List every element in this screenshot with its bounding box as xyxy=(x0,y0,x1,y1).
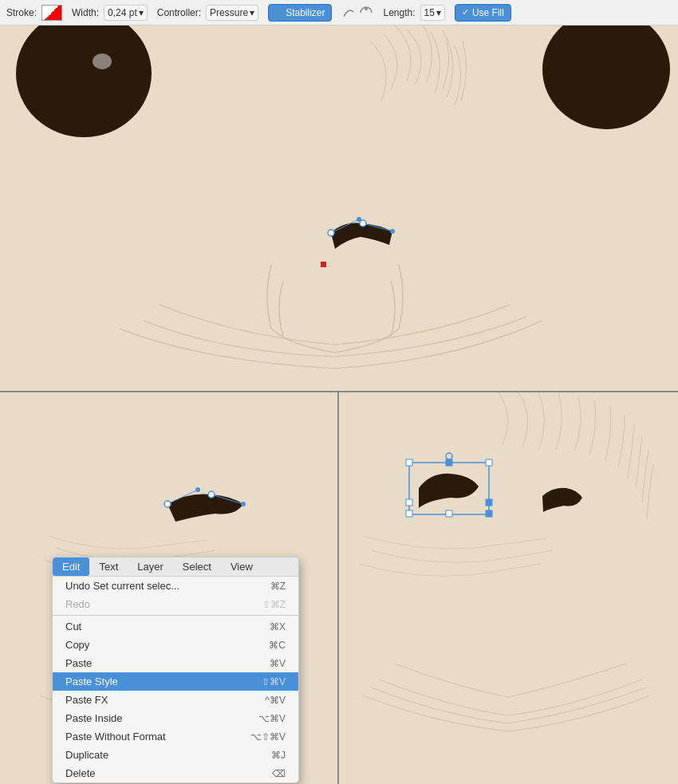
curve-tools xyxy=(341,6,373,20)
menu-edit[interactable]: Edit xyxy=(53,557,89,576)
handle-bl xyxy=(406,510,412,517)
handle-br xyxy=(486,510,492,517)
menu-paste-without-format-shortcut: ⌥⇧⌘V xyxy=(250,731,286,743)
menu-redo-label: Redo xyxy=(65,598,262,610)
context-menu: Edit Text Layer Select View Undo Set cur… xyxy=(52,557,299,783)
menu-paste-style[interactable]: Paste Style ⇧⌘V xyxy=(53,672,298,691)
controller-chevron: ▾ xyxy=(250,7,254,18)
anchor-red-square xyxy=(321,262,326,267)
menu-bar: Edit Text Layer Select View xyxy=(53,557,298,577)
menu-delete-label: Delete xyxy=(65,767,272,779)
canvas-drawing-top xyxy=(0,26,678,391)
canvas-left: Edit Text Layer Select View Undo Set cur… xyxy=(0,392,339,784)
toolbar: Stroke: Width: 0,24 pt ▾ Controller: Pre… xyxy=(0,0,678,26)
svg-point-3 xyxy=(93,53,112,69)
menu-separator-1 xyxy=(53,615,298,616)
menu-duplicate[interactable]: Duplicate ⌘J xyxy=(53,746,298,764)
menu-paste-inside-label: Paste Inside xyxy=(65,712,258,724)
menu-paste-style-label: Paste Style xyxy=(65,676,262,687)
width-label: Width: xyxy=(72,7,99,18)
menu-cut-shortcut: ⌘X xyxy=(270,621,286,632)
curve-icon-1[interactable] xyxy=(341,6,356,20)
canvas-svg-right xyxy=(339,392,678,784)
menu-paste[interactable]: Paste ⌘V xyxy=(53,654,298,672)
svg-point-0 xyxy=(365,7,368,10)
use-fill-check-icon: ✓ xyxy=(462,7,469,18)
canvas-svg-top[interactable] xyxy=(0,26,678,391)
length-group: Length: 15 ▾ xyxy=(383,5,444,21)
controller-group: Controller: Pressure ▾ xyxy=(157,5,258,21)
menu-paste-shortcut: ⌘V xyxy=(270,658,286,669)
menu-copy-label: Copy xyxy=(65,639,269,651)
handle-mr xyxy=(486,499,492,506)
menu-paste-inside-shortcut: ⌥⌘V xyxy=(258,713,286,724)
svg-point-8 xyxy=(164,501,171,507)
stroke-swatch[interactable] xyxy=(41,5,62,21)
length-value: 15 xyxy=(424,7,435,18)
canvas-top: Stroke: Width: 0,24 pt ▾ Controller: Pre… xyxy=(0,0,678,391)
menu-redo: Redo ⇧⌘Z xyxy=(53,595,298,613)
menu-paste-label: Paste xyxy=(65,657,270,669)
bezier-control-1 xyxy=(357,217,361,222)
menu-paste-fx-shortcut: ^⌘V xyxy=(265,695,286,706)
menu-undo[interactable]: Undo Set current selec... ⌘Z xyxy=(53,577,298,595)
menu-cut[interactable]: Cut ⌘X xyxy=(53,617,298,636)
menu-duplicate-label: Duplicate xyxy=(65,749,271,761)
menu-duplicate-shortcut: ⌘J xyxy=(271,750,286,761)
width-group: Width: 0,24 pt ▾ xyxy=(72,5,148,21)
menu-copy-shortcut: ⌘C xyxy=(269,640,286,651)
menu-copy[interactable]: Copy ⌘C xyxy=(53,636,298,654)
length-select[interactable]: 15 ▾ xyxy=(420,5,445,21)
svg-point-11 xyxy=(241,502,246,506)
canvas-bottom: Edit Text Layer Select View Undo Set cur… xyxy=(0,391,678,784)
curve-icon-2[interactable] xyxy=(359,6,373,20)
menu-redo-shortcut: ⇧⌘Z xyxy=(262,599,286,610)
controller-value: Pressure xyxy=(210,7,248,18)
use-fill-label: Use Fill xyxy=(472,7,504,18)
bezier-control-2 xyxy=(390,229,395,234)
handle-tr xyxy=(486,459,492,466)
menu-select[interactable]: Select xyxy=(173,557,221,576)
controller-label: Controller: xyxy=(157,7,201,18)
handle-bm xyxy=(446,510,452,517)
menu-cut-label: Cut xyxy=(65,621,270,632)
menu-layer[interactable]: Layer xyxy=(128,557,173,576)
menu-delete-shortcut: ⌫ xyxy=(272,768,286,779)
menu-undo-shortcut: ⌘Z xyxy=(270,581,286,592)
menu-view[interactable]: View xyxy=(221,557,262,576)
menu-text[interactable]: Text xyxy=(89,557,128,576)
use-fill-button[interactable]: ✓ Use Fill xyxy=(455,4,511,22)
stroke-label: Stroke: xyxy=(6,7,37,18)
handle-tl xyxy=(406,459,412,466)
controller-select[interactable]: Pressure ▾ xyxy=(206,5,258,21)
menu-paste-inside[interactable]: Paste Inside ⌥⌘V xyxy=(53,709,298,727)
length-label: Length: xyxy=(383,7,415,18)
canvas-right xyxy=(339,392,678,784)
width-value: 0,24 pt xyxy=(108,7,137,18)
handle-tm xyxy=(446,459,452,466)
menu-delete[interactable]: Delete ⌫ xyxy=(53,764,298,782)
stabilizer-label: Stabilizer xyxy=(286,7,325,18)
menu-paste-without-format[interactable]: Paste Without Format ⌥⇧⌘V xyxy=(53,727,298,746)
length-chevron: ▾ xyxy=(436,7,441,18)
svg-point-9 xyxy=(208,491,215,498)
stabilizer-button[interactable]: ✓ Stabilizer xyxy=(268,4,332,22)
menu-undo-label: Undo Set current selec... xyxy=(65,580,270,592)
menu-paste-style-shortcut: ⇧⌘V xyxy=(262,676,286,687)
handle-ml xyxy=(406,499,412,506)
svg-rect-12 xyxy=(339,392,678,784)
checkmark-icon: ✓ xyxy=(275,7,282,18)
width-chevron: ▾ xyxy=(139,7,144,18)
svg-point-10 xyxy=(195,487,200,492)
stroke-group: Stroke: xyxy=(6,5,62,21)
bezier-endpoint-2 xyxy=(360,220,366,227)
bezier-endpoint-1 xyxy=(328,230,334,236)
menu-paste-without-format-label: Paste Without Format xyxy=(65,731,250,743)
menu-paste-fx-label: Paste FX xyxy=(65,694,265,706)
menu-paste-fx[interactable]: Paste FX ^⌘V xyxy=(53,691,298,709)
width-select[interactable]: 0,24 pt ▾ xyxy=(104,5,148,21)
